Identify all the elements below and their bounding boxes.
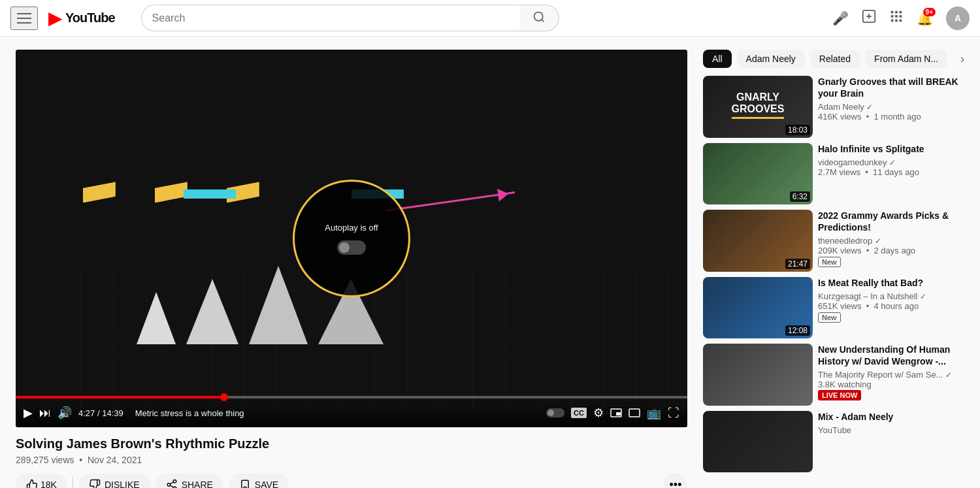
svg-point-0: [534, 12, 542, 21]
like-separator: [73, 477, 73, 488]
rv-verified-icon: ✓: [889, 158, 896, 167]
search-input[interactable]: [141, 5, 519, 31]
create-button[interactable]: [862, 9, 876, 27]
fullscreen-button[interactable]: ⛶: [668, 406, 679, 420]
rv-channel: YouTube: [818, 425, 964, 435]
svg-rect-9: [891, 20, 894, 22]
rv-duration: 6:32: [790, 191, 810, 202]
related-video-item[interactable]: New Understanding Of Human History w/ Da…: [703, 344, 964, 406]
play-button[interactable]: ▶: [24, 406, 33, 420]
rv-title: Gnarly Grooves that will BREAK your Brai…: [818, 76, 964, 99]
video-actions: 18K DISLIKE SHARE SAVE •••: [16, 473, 687, 488]
autoplay-popup: Autoplay is off: [293, 180, 410, 297]
header: ▶ YouTube 🎤 🔔 9+ A: [0, 0, 980, 37]
chips-next-button[interactable]: ›: [960, 52, 964, 66]
live-badge: LIVE NOW: [818, 390, 861, 400]
avatar[interactable]: A: [946, 7, 970, 30]
main-container: Autoplay is off ▶ ⏭ 🔊 4:27 / 14:39 Me: [0, 37, 980, 488]
svg-rect-4: [895, 11, 898, 14]
next-button[interactable]: ⏭: [39, 406, 51, 420]
dislike-button[interactable]: DISLIKE: [78, 474, 150, 488]
rv-duration: 21:47: [785, 259, 810, 269]
share-button[interactable]: SHARE: [155, 474, 223, 488]
video-controls: ▶ ⏭ 🔊 4:27 / 14:39 Metric stress is a wh…: [16, 399, 687, 427]
rv-title: Is Meat Really that Bad?: [818, 277, 964, 289]
yellow-shape-1: [83, 182, 116, 203]
apps-button[interactable]: [889, 9, 904, 27]
chip-adam-neely[interactable]: Adam Neely: [737, 50, 805, 68]
rv-info: Halo Infinite vs Splitgate videogamedunk…: [818, 143, 964, 205]
rv-info: 2022 Grammy Awards Picks & Predictions! …: [818, 210, 964, 272]
video-section: Autoplay is off ▶ ⏭ 🔊 4:27 / 14:39 Me: [16, 50, 687, 488]
autoplay-text: Autoplay is off: [325, 223, 378, 233]
volume-button[interactable]: 🔊: [57, 406, 72, 420]
rv-thumbnail: 21:47: [703, 210, 813, 272]
view-count: 289,275 views: [16, 455, 74, 465]
rv-thumbnail: 12:08: [703, 277, 813, 339]
svg-rect-7: [895, 15, 898, 18]
white-shape-2: [186, 279, 238, 344]
rv-thumbnail: [703, 344, 813, 406]
new-badge: New: [818, 312, 841, 323]
related-video-item[interactable]: 21:47 2022 Grammy Awards Picks & Predict…: [703, 210, 964, 272]
chip-from-adam[interactable]: From Adam N...: [865, 50, 947, 68]
like-button[interactable]: 18K: [16, 474, 67, 488]
svg-rect-5: [900, 11, 902, 14]
chip-related[interactable]: Related: [810, 50, 860, 68]
rv-duration: 18:03: [785, 125, 810, 135]
notifications-button[interactable]: 🔔 9+: [917, 10, 933, 26]
rv-views: 651K views • 4 hours ago: [818, 301, 964, 311]
time-display: 4:27 / 14:39: [78, 408, 123, 418]
video-meta: 289,275 views • Nov 24, 2021: [16, 455, 687, 465]
rv-channel: Kurzgesagt – In a Nutshell ✓: [818, 291, 964, 301]
logo-text: YouTube: [65, 10, 115, 25]
rv-duration: 12:08: [785, 325, 810, 336]
related-video-item[interactable]: 12:08 Is Meat Really that Bad? Kurzgesag…: [703, 277, 964, 339]
notification-badge: 9+: [923, 8, 936, 16]
save-button[interactable]: SAVE: [229, 474, 289, 488]
rv-verified-icon: ✓: [866, 103, 873, 112]
rv-views: 209K views • 2 days ago: [818, 246, 964, 255]
svg-point-16: [167, 483, 171, 487]
related-videos-list: GNARLYGROOVES 18:03 Gnarly Grooves that …: [703, 76, 964, 472]
header-right: 🎤 🔔 9+ A: [832, 7, 970, 30]
rv-thumbnail: [703, 411, 813, 473]
autoplay-toggle[interactable]: [337, 240, 366, 255]
svg-rect-8: [900, 15, 902, 18]
theater-button[interactable]: [629, 408, 640, 417]
more-actions-button[interactable]: •••: [664, 473, 687, 488]
rv-thumbnail: 6:32: [703, 143, 813, 205]
rv-verified-icon: ✓: [920, 292, 926, 301]
logo[interactable]: ▶ YouTube: [48, 7, 115, 29]
white-shape-1: [137, 292, 176, 344]
video-player[interactable]: Autoplay is off ▶ ⏭ 🔊 4:27 / 14:39 Me: [16, 50, 687, 427]
rv-channel: theneedledrop ✓: [818, 236, 964, 246]
chip-all[interactable]: All: [703, 50, 732, 68]
menu-button[interactable]: [10, 7, 38, 30]
rv-title: Mix - Adam Neely: [818, 411, 964, 423]
rv-verified-icon: ✓: [875, 236, 881, 246]
cast-button[interactable]: 📺: [647, 406, 661, 420]
upload-date: Nov 24, 2021: [88, 455, 142, 465]
svg-rect-6: [891, 15, 894, 18]
settings-button[interactable]: ⚙: [593, 406, 604, 420]
related-video-item[interactable]: Mix - Adam Neely YouTube: [703, 411, 964, 473]
miniplayer-button[interactable]: [610, 408, 622, 417]
search-button[interactable]: [519, 5, 559, 31]
autoplay-ctrl-button[interactable]: [546, 408, 564, 417]
youtube-icon: ▶: [48, 7, 63, 29]
header-left: ▶ YouTube: [10, 7, 115, 30]
related-video-item[interactable]: 6:32 Halo Infinite vs Splitgate videogam…: [703, 143, 964, 205]
white-shape-3: [249, 266, 308, 344]
svg-line-18: [170, 485, 173, 487]
rv-thumbnail: GNARLYGROOVES 18:03: [703, 76, 813, 138]
like-count: 18K: [41, 480, 57, 488]
svg-line-1: [541, 20, 544, 22]
mic-button[interactable]: 🎤: [832, 10, 849, 26]
svg-rect-14: [629, 409, 640, 417]
rv-channel: videogamedunkey ✓: [818, 157, 964, 167]
filter-chips: All Adam Neely Related From Adam N... ›: [703, 50, 964, 68]
related-video-item[interactable]: GNARLYGROOVES 18:03 Gnarly Grooves that …: [703, 76, 964, 138]
rv-title: Halo Infinite vs Splitgate: [818, 143, 964, 155]
captions-button[interactable]: CC: [571, 408, 587, 418]
